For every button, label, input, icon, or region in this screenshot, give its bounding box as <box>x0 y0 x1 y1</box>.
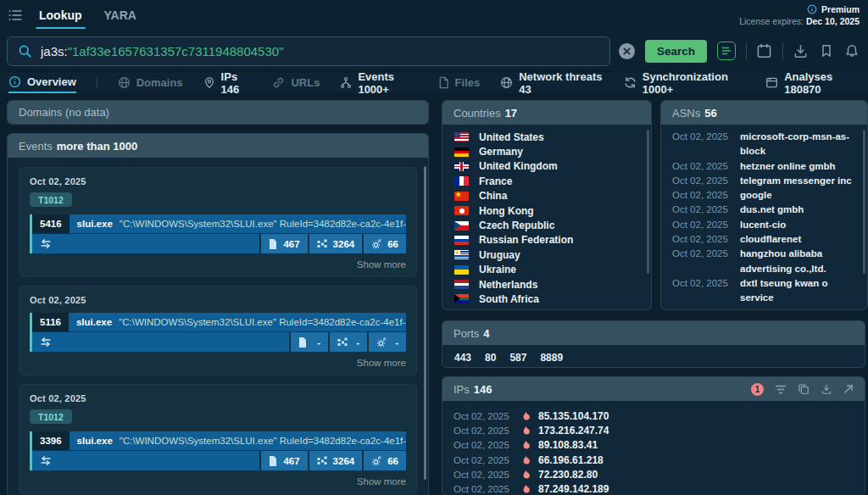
malicious-flame-icon <box>521 484 530 494</box>
show-more-link[interactable]: Show more <box>30 476 406 487</box>
process-cmdline: "C:\WINDOWS\System32\SLUI.exe" RuleId=34… <box>119 317 406 327</box>
process-row[interactable]: 5116slui.exe"C:\WINDOWS\System32\SLUI.ex… <box>30 313 406 352</box>
event-date: Oct 02, 2025 <box>30 176 406 186</box>
info-icon <box>8 75 21 88</box>
bell-icon[interactable] <box>844 43 860 58</box>
country-name: Uruguay <box>479 249 520 261</box>
filter-count-badge: 1 <box>751 383 764 396</box>
flag-cn-icon <box>454 192 469 201</box>
malicious-flame-icon <box>521 440 530 450</box>
ip-address: 89.108.83.41 <box>538 439 598 451</box>
country-row: Ukraine <box>442 263 651 277</box>
tab-files: Files <box>438 72 481 93</box>
asn-row: Oct 02, 2025cloudflarenet <box>661 232 867 247</box>
transfer-arrows-icon <box>40 456 52 465</box>
clear-search-button[interactable] <box>619 43 635 59</box>
country-name: Netherlands <box>479 279 537 291</box>
tab-synchronization[interactable]: Synchronization 1000+ <box>624 72 745 93</box>
menu-list-icon[interactable] <box>8 9 22 21</box>
asn-date: Oct 02, 2025 <box>672 232 732 247</box>
asns-scrollbar[interactable] <box>863 130 865 274</box>
asn-date: Oct 02, 2025 <box>672 159 732 174</box>
stat-doc: 467 <box>261 451 307 470</box>
events-scrollbar[interactable] <box>424 166 426 480</box>
ips-panel-header: IPs 146 1 <box>442 377 865 401</box>
tab-yara[interactable]: YARA <box>99 0 142 31</box>
events-panel-count: more than 1000 <box>57 140 137 153</box>
ip-row: Oct 02, 202589.108.83.41 <box>442 438 865 453</box>
license-date: Dec 10, 2025 <box>806 16 860 26</box>
asn-name: hangzhou alibaba advertising co.,ltd. <box>740 247 859 276</box>
technique-tag[interactable]: T1012 <box>30 192 72 207</box>
process-row[interactable]: 5416slui.exe"C:\WINDOWS\System32\SLUI.ex… <box>30 214 406 253</box>
premium-label: Premium <box>821 3 860 15</box>
process-name: slui.exe <box>77 436 113 446</box>
tab-network-threats[interactable]: Network threats 43 <box>500 72 604 93</box>
process-name: slui.exe <box>77 219 113 229</box>
asn-row: Oct 02, 2025microsoft-corp-msn-as-block <box>661 130 867 159</box>
country-name: France <box>479 175 512 187</box>
tab-lookup[interactable]: Lookup <box>34 0 87 31</box>
flag-cz-icon <box>454 221 469 231</box>
country-name: South Africa <box>479 293 539 305</box>
countries-list: United StatesGermanyUnited KingdomFrance… <box>442 125 651 309</box>
ports-list: 443805878889 <box>442 345 865 368</box>
asn-date: Oct 02, 2025 <box>672 130 732 159</box>
asn-name: dxtl tseung kwan o service <box>740 276 859 306</box>
asn-row: Oct 02, 2025google <box>661 188 867 203</box>
asns-panel: ASNs 56 Oct 02, 2025microsoft-corp-msn-a… <box>660 100 868 310</box>
tab-overview[interactable]: Overview <box>8 72 76 93</box>
show-more-link[interactable]: Show more <box>30 358 406 368</box>
stat-grid: 3264 <box>309 234 363 253</box>
stat-gear: 66 <box>364 234 406 253</box>
bookmark-icon[interactable] <box>819 43 834 58</box>
tab-label: Analyses 180870 <box>784 70 860 96</box>
tab-ips[interactable]: IPs 146 <box>203 72 253 93</box>
process-row[interactable]: 3396slui.exe"C:\WINDOWS\System32\SLUI.ex… <box>30 431 406 470</box>
technique-tag[interactable]: T1012 <box>30 409 72 424</box>
download-icon[interactable] <box>793 43 809 59</box>
tab-analyses[interactable]: Analyses 180870 <box>765 72 860 93</box>
asn-name: dus.net gmbh <box>740 203 804 217</box>
info-icon <box>807 4 817 14</box>
branch-icon <box>340 76 352 89</box>
tab-urls: URLs <box>272 72 320 93</box>
tab-events[interactable]: Events 1000+ <box>340 72 417 93</box>
tab-label: Synchronization 1000+ <box>643 70 745 96</box>
event-card: Oct 02, 2025T10123396slui.exe"C:\WINDOWS… <box>19 384 417 494</box>
ip-date: Oct 02, 2025 <box>453 440 513 450</box>
ip-row: Oct 02, 202585.135.104.170 <box>442 409 865 423</box>
asns-panel-title: ASNs <box>672 107 700 120</box>
download-icon[interactable] <box>821 383 832 395</box>
countries-count: 17 <box>505 107 517 120</box>
search-button[interactable]: Search <box>645 40 707 63</box>
location-pin-icon <box>203 76 215 89</box>
port-value: 587 <box>509 352 526 364</box>
asn-date: Oct 02, 2025 <box>672 276 732 306</box>
flag-us-icon <box>454 132 469 142</box>
filter-icon[interactable] <box>775 384 787 395</box>
events-list: Oct 02, 2025T10125416slui.exe"C:\WINDOWS… <box>8 158 428 495</box>
country-row: China <box>442 189 651 203</box>
tab-domains: Domains <box>118 72 183 93</box>
flag-de-icon <box>454 147 469 157</box>
query-builder-icon[interactable] <box>717 42 736 60</box>
query-value: "1af33e1657631357c7311948804530" <box>68 44 284 58</box>
process-pid: 3396 <box>32 431 70 450</box>
country-row: United Kingdom <box>442 159 651 174</box>
ip-address: 173.216.247.74 <box>538 425 609 437</box>
copy-icon[interactable] <box>798 383 810 395</box>
countries-panel-header: Countries 17 <box>442 101 651 125</box>
flag-ru-icon <box>454 236 469 245</box>
show-more-link[interactable]: Show more <box>30 259 406 270</box>
asn-date: Oct 02, 2025 <box>672 188 732 203</box>
events-panel-header: Events more than 1000 <box>8 134 428 158</box>
tab-label: Overview <box>27 75 76 88</box>
ip-date: Oct 02, 2025 <box>453 484 513 494</box>
open-external-icon[interactable] <box>843 384 854 394</box>
calendar-icon[interactable] <box>756 43 772 59</box>
country-name: United Kingdom <box>479 160 558 172</box>
countries-scrollbar[interactable] <box>647 130 649 274</box>
search-icon <box>18 44 32 58</box>
search-input[interactable]: ja3s:"1af33e1657631357c7311948804530" <box>7 36 610 66</box>
